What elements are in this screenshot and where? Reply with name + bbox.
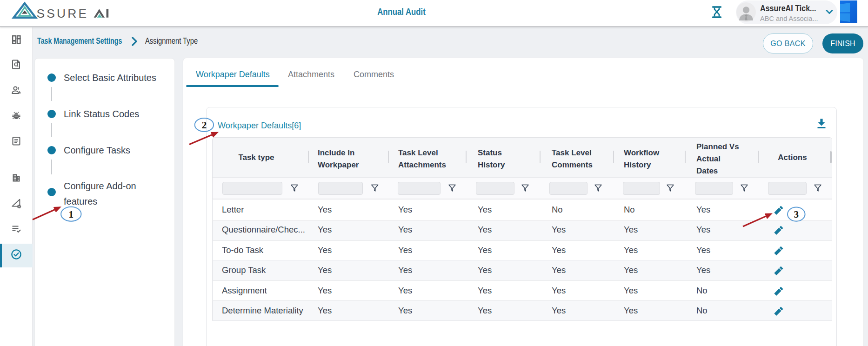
svg-text:SSURE: SSURE — [37, 7, 89, 20]
